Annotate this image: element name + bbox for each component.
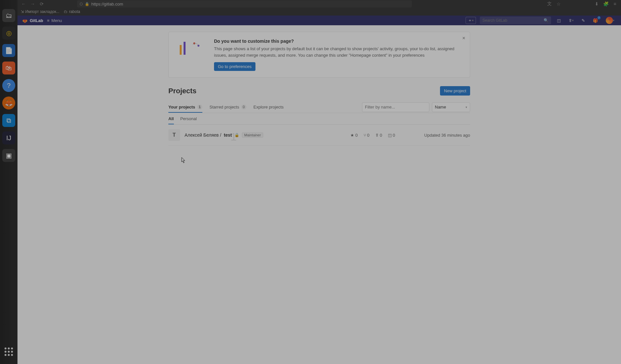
- role-badge: Maintainer: [242, 132, 263, 138]
- chevron-down-icon: ▾: [613, 19, 615, 22]
- gitlab-search-input[interactable]: [482, 18, 544, 23]
- whats-new-button[interactable]: 🎁 7: [591, 17, 600, 24]
- tab-explore-projects[interactable]: Explore projects: [254, 101, 284, 113]
- dock-software-icon[interactable]: 🛍: [2, 62, 15, 74]
- gitlab-header: GitLab ≡ Menu ＋ ▾ 🔍 ◫ ⥣ ▾ ✎ 🎁: [17, 16, 621, 25]
- user-menu[interactable]: ▾: [604, 17, 616, 24]
- issues-icon: ◫: [388, 133, 392, 138]
- avatar: [606, 17, 613, 24]
- plus-icon: ＋: [468, 17, 472, 23]
- your-projects-count: 1: [197, 105, 202, 109]
- customize-banner: Do you want to customize this page? This…: [168, 32, 470, 78]
- chevron-down-icon: ▾: [472, 19, 474, 22]
- todos-shortcut[interactable]: ✎: [580, 17, 587, 24]
- gitlab-tanuki-icon: [22, 17, 28, 23]
- svg-rect-1: [184, 42, 186, 55]
- extensions-icon[interactable]: 🧩: [603, 1, 609, 7]
- url-bar[interactable]: ⬡ 🔒 https://gitlab.com: [77, 0, 412, 7]
- dock-show-apps-icon[interactable]: [3, 346, 15, 358]
- projects-heading: Projects: [168, 87, 197, 95]
- hamburger-icon: ≡: [47, 18, 50, 23]
- dock-files-icon[interactable]: 🗂: [2, 9, 15, 22]
- project-name-link[interactable]: Алексей Беляев / test 🔒 Maintainer: [185, 132, 263, 138]
- dock-terminal-icon[interactable]: ▣: [2, 149, 15, 162]
- banner-close-button[interactable]: ×: [462, 35, 465, 41]
- gitlab-page: GitLab ≡ Menu ＋ ▾ 🔍 ◫ ⥣ ▾ ✎ 🎁: [17, 16, 621, 364]
- star-icon: ★: [350, 133, 354, 138]
- banner-title: Do you want to customize this page?: [214, 39, 462, 44]
- reload-button[interactable]: ⟳: [39, 1, 45, 7]
- banner-illustration: [176, 39, 206, 58]
- issues-shortcut[interactable]: ◫: [555, 17, 563, 24]
- bookmarks-bar: ⇲ Импорт закладок... 🗀 rabota: [17, 8, 621, 16]
- forward-button[interactable]: →: [30, 1, 36, 7]
- shield-icon: ⬡: [80, 2, 83, 6]
- project-avatar: T: [168, 129, 180, 141]
- ubuntu-dock: 🗂 ◎ 📄 🛍 ? 🦊 ⧉ IJ ▣: [0, 0, 17, 364]
- issues-stat[interactable]: ◫0: [388, 133, 395, 138]
- url-text: https://gitlab.com: [91, 2, 123, 6]
- bookmark-import[interactable]: ⇲ Импорт закладок...: [21, 9, 59, 14]
- gitlab-menu-button[interactable]: ≡ Menu: [47, 18, 62, 23]
- starred-projects-count: 0: [241, 105, 246, 109]
- hamburger-menu-icon[interactable]: ≡: [612, 1, 618, 7]
- chevron-down-icon: ▾: [466, 106, 467, 109]
- private-lock-icon: 🔒: [234, 133, 239, 137]
- gift-icon: 🎁: [593, 18, 598, 23]
- issues-icon: ◫: [557, 18, 561, 23]
- tab-starred-projects[interactable]: Starred projects 0: [209, 101, 246, 113]
- go-to-preferences-button[interactable]: Go to preferences: [214, 62, 255, 71]
- dock-firefox-icon[interactable]: 🦊: [2, 97, 15, 109]
- folder-icon: 🗀: [64, 9, 68, 14]
- close-icon: ×: [462, 35, 465, 41]
- bookmark-star-icon[interactable]: ☆: [556, 1, 561, 7]
- mrs-stat[interactable]: ⥣0: [375, 133, 382, 138]
- gitlab-logo[interactable]: GitLab: [22, 17, 43, 23]
- new-project-button[interactable]: New project: [440, 86, 470, 96]
- search-icon: 🔍: [544, 18, 548, 23]
- svg-rect-0: [180, 45, 182, 55]
- stars-stat[interactable]: ★0: [350, 133, 357, 138]
- sort-dropdown[interactable]: Name ▾: [432, 102, 470, 112]
- dock-help-icon[interactable]: ?: [2, 79, 15, 92]
- gitlab-search[interactable]: 🔍: [480, 17, 551, 24]
- dock-writer-icon[interactable]: 📄: [2, 44, 15, 57]
- subtab-all[interactable]: All: [168, 113, 174, 124]
- project-row[interactable]: T Алексей Беляев / test 🔒 Maintainer ★0 …: [168, 125, 470, 146]
- filter-projects-input[interactable]: [362, 102, 429, 112]
- translate-icon[interactable]: 文: [547, 1, 552, 7]
- new-dropdown-button[interactable]: ＋ ▾: [466, 17, 476, 24]
- dock-rhythmbox-icon[interactable]: ◎: [2, 27, 15, 40]
- subtab-personal[interactable]: Personal: [180, 113, 197, 124]
- whats-new-count: 7: [597, 16, 601, 19]
- project-updated: Updated 36 minutes ago: [424, 133, 470, 138]
- todo-icon: ✎: [581, 18, 585, 23]
- tab-your-projects[interactable]: Your projects 1: [168, 101, 202, 113]
- lock-icon: 🔒: [85, 2, 89, 6]
- merge-request-icon: ⥣: [375, 133, 379, 138]
- browser-toolbar: ← → ⟳ ⬡ 🔒 https://gitlab.com 文 ☆ ⬇ 🧩 ≡: [17, 0, 621, 8]
- forks-stat[interactable]: ⑂0: [364, 133, 369, 138]
- pocket-icon[interactable]: ⬇: [594, 1, 600, 7]
- import-icon: ⇲: [21, 9, 24, 14]
- back-button[interactable]: ←: [21, 1, 27, 7]
- mouse-cursor-icon: [181, 157, 186, 164]
- merge-requests-shortcut[interactable]: ⥣ ▾: [567, 17, 576, 24]
- banner-text: This page shows a list of your projects …: [214, 46, 462, 58]
- dock-vscode-icon[interactable]: ⧉: [2, 114, 15, 127]
- dock-intellij-icon[interactable]: IJ: [2, 131, 15, 144]
- bookmark-rabota[interactable]: 🗀 rabota: [64, 9, 80, 14]
- fork-icon: ⑂: [364, 133, 366, 138]
- chevron-down-icon: ▾: [572, 19, 574, 22]
- merge-request-icon: ⥣: [569, 18, 572, 23]
